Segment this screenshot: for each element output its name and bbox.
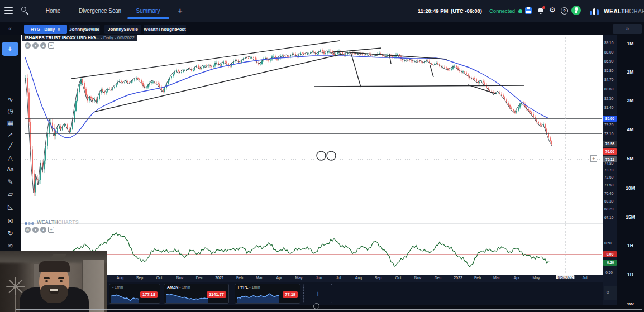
expand-sidebar-button[interactable]: » [613, 24, 642, 34]
minichart-sparkline [237, 290, 279, 303]
person-eyebrow [58, 277, 64, 279]
settings-icon[interactable]: ⚙ [549, 6, 556, 15]
clock-icon[interactable]: ◷ [0, 105, 21, 117]
trash-icon[interactable]: ⊠ [0, 215, 21, 227]
price-tick: 78.10 [604, 132, 613, 136]
add-indicator-button[interactable]: + [48, 42, 54, 49]
timeframe-1d[interactable]: 1D [617, 272, 644, 277]
add-alert-button[interactable]: + [590, 155, 597, 162]
time-tick: Dec [196, 276, 203, 280]
minichart-PYPL[interactable]: PYPL - 1min77.19 [235, 284, 300, 304]
person-eye [60, 280, 63, 282]
wealthcharts-watermark: WEALTHCHARTS [25, 217, 79, 227]
time-tick: Aug [117, 276, 123, 280]
person-eye [45, 280, 48, 282]
active-tab-underline [127, 17, 169, 19]
add-drawing-button[interactable]: + [2, 42, 18, 56]
timeframe-2m[interactable]: 2M [617, 69, 644, 75]
price-tick: 67.10 [604, 215, 613, 219]
time-tick: Nov [176, 276, 183, 280]
price-badge: 0.00 [603, 251, 617, 257]
price-tick: 79.20 [604, 123, 613, 127]
time-tick: Apr [514, 276, 520, 280]
symbol-title-bar: ISHARES TRUST IBOXX USD HIG... - Daily -… [22, 35, 137, 41]
watermark-text-bold: WEALTH [37, 219, 58, 225]
time-tick: Nov [414, 276, 421, 280]
move-panel-down-button[interactable]: ▾ [32, 227, 39, 233]
time-tick: Sep [136, 276, 143, 280]
price-tick: 71.50 [604, 183, 613, 187]
notifications-icon[interactable] [538, 7, 544, 14]
price-tick: 83.60 [604, 87, 613, 91]
timeframe-3m[interactable]: 3M [617, 98, 644, 103]
chart-tab-label: JohnnySeville [108, 27, 138, 32]
price-axis[interactable]: 89.1088.0086.9085.8084.7083.6082.5081.40… [603, 35, 617, 312]
clock: 11:20:49 PM [418, 0, 448, 22]
refresh-icon[interactable]: ↻ [0, 228, 21, 239]
text-tool-icon[interactable]: Aa [0, 164, 21, 175]
minichart-AMZN[interactable]: AMZN - 1min2141.77 [164, 284, 229, 304]
price-tick: 86.90 [604, 59, 613, 63]
price-tick: 73.70 [604, 168, 613, 172]
hide-panel-button[interactable]: ⊘ [25, 42, 31, 49]
shapes-icon[interactable]: △ [0, 152, 21, 164]
ideas-icon[interactable] [571, 6, 581, 15]
price-tick: 70.40 [604, 191, 613, 195]
move-panel-up-button[interactable]: ▴ [40, 42, 46, 49]
time-tick: Mar [493, 276, 500, 280]
brand-light: CHARTS [629, 8, 644, 15]
price-badge: 76.93 [603, 141, 617, 147]
minichart-label: PYPL - 1min [238, 285, 260, 289]
trendline-icon[interactable]: ╱ [0, 141, 21, 152]
person-eyebrow [44, 277, 50, 279]
timeframe-1m[interactable]: 1M [617, 41, 644, 46]
search-icon[interactable] [21, 7, 29, 15]
add-minichart-button[interactable]: + [303, 284, 332, 303]
hide-panel-button[interactable]: ⊘ [25, 227, 31, 233]
ruler-icon[interactable]: ▱ [0, 189, 21, 200]
timeframe-4m[interactable]: 4M [617, 127, 644, 132]
trend-arrow-icon[interactable]: ↗ [0, 129, 21, 140]
save-icon[interactable] [525, 7, 532, 14]
time-axis[interactable]: AugSepOctNovDec2021FebMarAprMayJunJulAug… [21, 275, 603, 282]
calendar-icon[interactable]: ▦ [0, 117, 21, 128]
add-workspace-tab-button[interactable]: + [178, 0, 183, 22]
chart-tab-label: WealthThoughtPost [144, 27, 185, 32]
time-tick: Dec [435, 276, 441, 280]
linechart-icon[interactable]: ≋ [0, 240, 21, 251]
webcam-overlay [0, 251, 107, 312]
minichart-hidden[interactable]: - 1min177.18 [109, 284, 160, 304]
move-panel-up-button[interactable]: ▴ [40, 227, 46, 233]
drag-handle-circle[interactable] [313, 303, 319, 309]
nav-item-summary[interactable]: Summary [132, 0, 164, 22]
help-icon[interactable]: ? [561, 7, 568, 15]
watchlist-dock: - 1min177.18AMZN - 1min2141.77PYPL - 1mi… [21, 282, 603, 305]
menu-icon[interactable] [4, 7, 13, 14]
add-indicator-button[interactable]: + [48, 227, 54, 233]
scroll-down-button[interactable]: » [604, 286, 617, 300]
chart-tab-2[interactable]: JohnnySeville [104, 25, 141, 34]
price-tick: 89.10 [604, 41, 613, 45]
timeframe-5m[interactable]: 5M [617, 156, 644, 161]
nav-item-home[interactable]: Home [39, 0, 67, 22]
indicators-icon[interactable]: ∿ [0, 94, 21, 105]
timeframe-10m[interactable]: 10M [617, 185, 644, 191]
nav-item-divergence-scan[interactable]: Divergence Scan [74, 0, 126, 22]
connection-dot [518, 9, 522, 13]
timeframe-15m[interactable]: 15M [617, 214, 644, 220]
collapse-sidebar-button[interactable]: « [3, 25, 17, 33]
time-tick: Jul [336, 276, 341, 280]
brand-bold: WEALTH [604, 8, 629, 15]
time-tick: Feb [474, 276, 481, 280]
timeframe-1h[interactable]: 1H [617, 243, 644, 248]
move-panel-down-button[interactable]: ▾ [32, 42, 39, 49]
tab-close-dot[interactable] [58, 28, 60, 31]
chart-tab-3[interactable]: WealthThoughtPost [144, 25, 186, 34]
notification-badge [542, 6, 545, 9]
pencil-icon[interactable]: ✎ [0, 176, 21, 188]
price-badge: -0.20 [603, 260, 617, 266]
chart-canvas[interactable] [21, 35, 603, 275]
chart-tab-1[interactable]: JohnnySeville [69, 25, 100, 34]
angle-icon[interactable]: ◺ [0, 201, 21, 212]
chart-tab-0[interactable]: HYG - Daily [24, 25, 67, 34]
